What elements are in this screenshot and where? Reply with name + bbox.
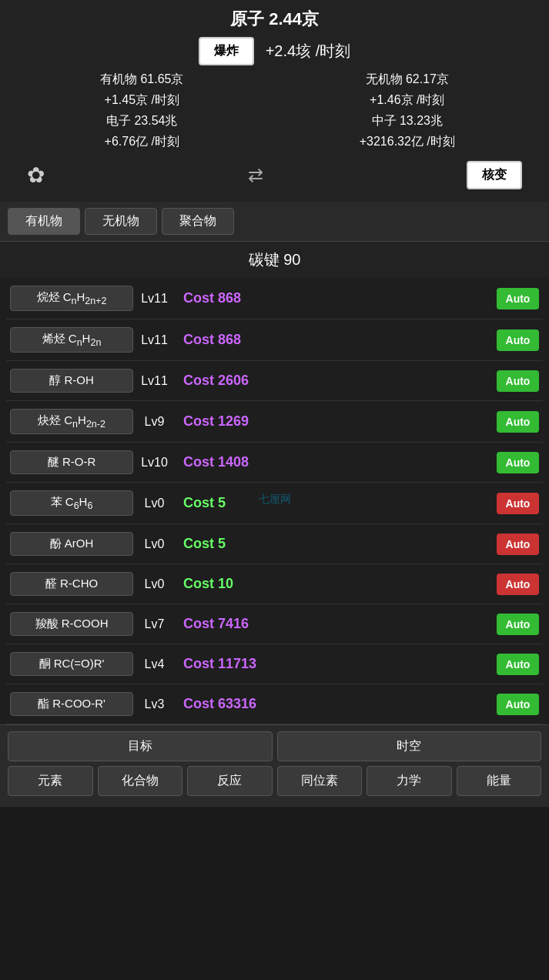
bottom-nav-row2: 元素 化合物 反应 同位素 力学 能量 [8, 766, 541, 796]
compound-row: 苯 C6H6 Lv0 Cost 5 Auto [6, 483, 543, 524]
auto-button[interactable]: Auto [497, 694, 539, 715]
tab-polymer[interactable]: 聚合物 [162, 208, 234, 235]
compound-cost: Cost 7416 [176, 616, 497, 632]
electron-rate: +6.76亿 /时刻 [12, 134, 273, 150]
compound-name[interactable]: 醚 R-O-R [10, 450, 133, 474]
electron-label: 电子 23.54兆 [12, 113, 273, 129]
auto-button[interactable]: Auto [497, 654, 539, 675]
compound-name[interactable]: 烷烃 CnH2n+2 [10, 286, 133, 311]
icons-row: ✿ ⇄ 核变 [12, 156, 537, 194]
explode-button[interactable]: 爆炸 [199, 37, 254, 65]
auto-button[interactable]: Auto [497, 288, 539, 309]
compound-level: Lv7 [133, 617, 176, 631]
compound-level: Lv0 [133, 537, 176, 551]
compound-name[interactable]: 醇 R-OH [10, 369, 133, 393]
compound-name[interactable]: 酚 ArOH [10, 532, 133, 556]
compound-name[interactable]: 酮 RC(=O)R' [10, 652, 133, 676]
nav-element[interactable]: 元素 [8, 766, 93, 796]
compound-row: 酮 RC(=O)R' Lv4 Cost 11713 Auto [6, 644, 543, 684]
auto-button[interactable]: Auto [497, 452, 539, 473]
auto-button[interactable]: Auto [497, 493, 539, 514]
compound-cost: Cost 1408 [176, 454, 497, 470]
compound-row: 醇 R-OH Lv11 Cost 2606 Auto [6, 361, 543, 401]
compound-row: 烯烃 CnH2n Lv11 Cost 868 Auto [6, 319, 543, 361]
compound-row: 烷烃 CnH2n+2 Lv11 Cost 868 Auto [6, 278, 543, 319]
nav-spacetime[interactable]: 时空 [277, 731, 542, 761]
auto-button[interactable]: Auto [497, 574, 539, 595]
nav-reaction[interactable]: 反应 [187, 766, 273, 796]
nav-mechanics[interactable]: 力学 [367, 766, 452, 796]
compound-level: Lv11 [133, 292, 176, 306]
compound-cost: Cost 63316 [176, 696, 497, 712]
compound-name[interactable]: 醛 R-CHO [10, 572, 133, 596]
nuclear-button[interactable]: 核变 [467, 161, 522, 189]
auto-button[interactable]: Auto [497, 411, 539, 433]
auto-button[interactable]: Auto [497, 614, 539, 635]
compound-name[interactable]: 苯 C6H6 [10, 490, 133, 516]
shuffle-icon[interactable]: ⇄ [248, 165, 263, 186]
bottom-nav-row1: 目标 时空 [8, 731, 541, 761]
carbon-header: 碳键 90 [0, 242, 549, 278]
compound-cost: Cost 868 [176, 290, 497, 306]
bottom-nav: 目标 时空 元素 化合物 反应 同位素 力学 能量 [0, 724, 549, 807]
stats-grid: 有机物 61.65京 无机物 62.17京 +1.45京 /时刻 +1.46京 … [12, 72, 537, 150]
nav-isotope[interactable]: 同位素 [277, 766, 363, 796]
nav-target[interactable]: 目标 [8, 731, 273, 761]
compound-row: 醚 R-O-R Lv10 Cost 1408 Auto [6, 443, 543, 483]
compound-cost: Cost 11713 [176, 656, 497, 672]
auto-button[interactable]: Auto [497, 533, 539, 555]
compound-name[interactable]: 炔烃 CnH2n-2 [10, 409, 133, 434]
compound-row: 酯 R-COO-R' Lv3 Cost 63316 Auto [6, 684, 543, 724]
compound-level: Lv0 [133, 497, 176, 510]
compound-row: 酚 ArOH Lv0 Cost 5 Auto [6, 524, 543, 564]
tab-organic[interactable]: 有机物 [8, 208, 80, 235]
inorganic-label: 无机物 62.17京 [277, 72, 538, 88]
compound-row: 炔烃 CnH2n-2 Lv9 Cost 1269 Auto [6, 401, 543, 443]
organic-rate: +1.45京 /时刻 [12, 92, 273, 109]
neutron-label: 中子 13.23兆 [277, 113, 538, 129]
compound-level: Lv3 [133, 697, 176, 711]
nav-compound[interactable]: 化合物 [98, 766, 183, 796]
compound-level: Lv4 [133, 657, 176, 671]
compound-list: 烷烃 CnH2n+2 Lv11 Cost 868 Auto 烯烃 CnH2n L… [0, 278, 549, 724]
compound-cost: Cost 2606 [176, 373, 497, 389]
compound-name[interactable]: 酯 R-COO-R' [10, 692, 133, 716]
top-section: 原子 2.44京 爆炸 +2.4垓 /时刻 有机物 61.65京 无机物 62.… [0, 0, 549, 202]
compound-cost: Cost 5 [176, 495, 497, 511]
neutron-rate: +3216.32亿 /时刻 [277, 134, 538, 150]
compound-level: Lv11 [133, 333, 176, 347]
compound-row: 醛 R-CHO Lv0 Cost 10 Auto [6, 564, 543, 604]
auto-button[interactable]: Auto [497, 329, 539, 351]
compound-level: Lv11 [133, 374, 176, 388]
inorganic-rate: +1.46京 /时刻 [277, 92, 538, 109]
auto-button[interactable]: Auto [497, 370, 539, 392]
compound-cost: Cost 10 [176, 576, 497, 592]
compound-row: 羧酸 R-COOH Lv7 Cost 7416 Auto [6, 604, 543, 644]
compound-level: Lv9 [133, 415, 176, 429]
compound-name[interactable]: 烯烃 CnH2n [10, 327, 133, 353]
compound-cost: Cost 5 [176, 536, 497, 552]
compound-level: Lv10 [133, 456, 176, 470]
tab-bar: 有机物 无机物 聚合物 [0, 202, 549, 242]
compound-name[interactable]: 羧酸 R-COOH [10, 612, 133, 636]
nav-energy[interactable]: 能量 [457, 766, 542, 796]
atom-count: 原子 2.44京 [12, 8, 537, 31]
organic-label: 有机物 61.65京 [12, 72, 273, 88]
compound-cost: Cost 868 [176, 332, 497, 348]
compound-cost: Cost 1269 [176, 413, 497, 430]
flower-icon[interactable]: ✿ [27, 162, 45, 188]
tab-inorganic[interactable]: 无机物 [85, 208, 157, 235]
compound-level: Lv0 [133, 577, 176, 591]
atom-rate: +2.4垓 /时刻 [266, 41, 351, 62]
